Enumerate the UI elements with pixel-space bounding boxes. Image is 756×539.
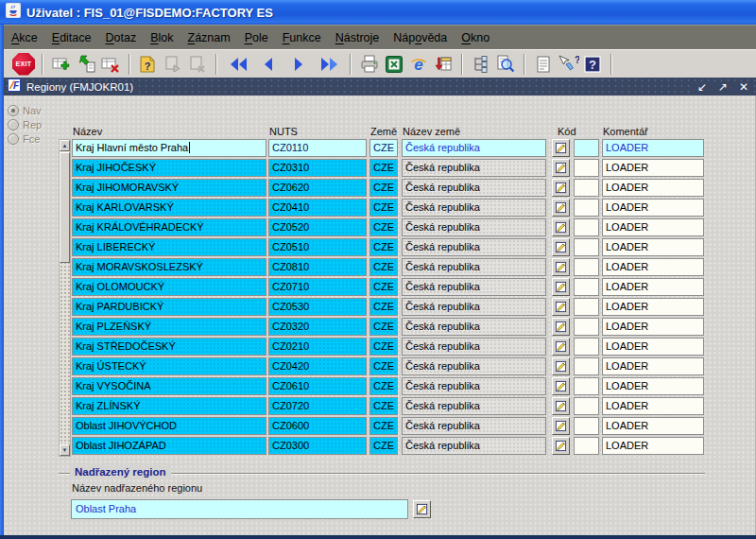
help-button[interactable]: ? (580, 53, 605, 76)
cell-nuts[interactable]: CZ0610 (268, 377, 367, 395)
cell-nazev[interactable]: Kraj ZLÍNSKÝ (72, 397, 266, 415)
print-button[interactable] (357, 53, 382, 76)
cell-komentar[interactable]: LOADER (602, 318, 704, 336)
cell-kod[interactable] (574, 199, 599, 217)
cell-nazev-zeme[interactable]: Česká republika (402, 218, 546, 236)
duplicate-record-button[interactable] (74, 53, 98, 76)
cell-nazev[interactable]: Kraj OLOMOUCKÝ (72, 278, 266, 296)
minimize-window-icon[interactable]: ↙ (697, 81, 707, 93)
menu-nastroje[interactable]: Nástroje (335, 31, 380, 44)
cell-nazev-zeme[interactable]: Česká republika (402, 258, 546, 276)
kod-edit-button[interactable] (552, 377, 570, 395)
cell-komentar[interactable]: LOADER (602, 199, 704, 217)
kod-edit-button[interactable] (552, 179, 570, 197)
menu-funkce[interactable]: Funkce (283, 31, 321, 44)
cell-zeme[interactable]: CZE (369, 298, 398, 316)
cell-kod[interactable] (574, 357, 599, 375)
cell-nuts[interactable]: CZ0110 (268, 139, 367, 157)
cell-nazev-zeme[interactable]: Česká republika (402, 159, 546, 177)
kod-edit-button[interactable] (552, 417, 570, 435)
cell-komentar[interactable]: LOADER (602, 238, 704, 256)
kod-edit-button[interactable] (552, 258, 570, 276)
cell-kod[interactable] (574, 437, 599, 455)
kod-edit-button[interactable] (552, 199, 570, 217)
cell-nazev[interactable]: Kraj VYSOČINA (72, 377, 266, 395)
cell-kod[interactable] (574, 377, 599, 395)
cell-nazev-zeme[interactable]: Česká republika (402, 377, 546, 395)
cell-zeme[interactable]: CZE (369, 139, 398, 157)
cell-kod[interactable] (574, 278, 599, 296)
menu-pole[interactable]: Pole (245, 31, 268, 44)
cell-komentar[interactable]: LOADER (602, 437, 704, 455)
cell-nazev-zeme[interactable]: Česká republika (402, 238, 546, 256)
cell-zeme[interactable]: CZE (369, 278, 398, 296)
menu-okno[interactable]: Okno (461, 31, 490, 44)
kod-edit-button[interactable] (552, 139, 570, 157)
cell-kod[interactable] (574, 238, 599, 256)
menu-editace[interactable]: Editace (52, 31, 92, 44)
kod-edit-button[interactable] (552, 437, 570, 455)
cell-zeme[interactable]: CZE (369, 377, 398, 395)
parent-region-edit-button[interactable] (413, 500, 431, 518)
cell-nuts[interactable]: CZ0510 (268, 238, 367, 256)
cell-nazev-zeme[interactable]: Česká republika (402, 318, 546, 336)
cell-nazev-zeme[interactable]: Česká republika (402, 199, 546, 217)
cell-nazev[interactable]: Kraj PARDUBICKÝ (72, 298, 266, 316)
cell-kod[interactable] (574, 218, 599, 236)
cell-zeme[interactable]: CZE (369, 417, 398, 435)
cell-nuts[interactable]: CZ0530 (268, 298, 367, 316)
kod-edit-button[interactable] (552, 338, 570, 356)
kod-edit-button[interactable] (552, 397, 570, 415)
previous-record-button[interactable] (256, 53, 281, 76)
kod-edit-button[interactable] (552, 318, 570, 336)
memo-button[interactable] (531, 53, 556, 76)
excel-export-button[interactable] (382, 53, 406, 76)
cell-kod[interactable] (574, 159, 599, 177)
cell-zeme[interactable]: CZE (369, 159, 398, 177)
cell-zeme[interactable]: CZE (369, 338, 398, 356)
kod-edit-button[interactable] (552, 278, 570, 296)
cell-zeme[interactable]: CZE (369, 318, 398, 336)
cell-nazev-zeme[interactable]: Česká republika (402, 357, 546, 375)
first-record-button[interactable] (226, 53, 250, 76)
menu-akce[interactable]: Akce (11, 31, 38, 44)
cell-nuts[interactable]: CZ0410 (268, 199, 367, 217)
cell-nazev-zeme[interactable]: Česká republika (402, 179, 546, 197)
web-browser-button[interactable]: e (406, 53, 431, 76)
cell-nazev[interactable]: Kraj LIBERECKÝ (72, 238, 266, 256)
cell-nazev[interactable]: Kraj JIHOČESKÝ (72, 159, 266, 177)
cell-nuts[interactable]: CZ0620 (268, 179, 367, 197)
cell-nazev[interactable]: Oblast JIHOZÁPAD (72, 437, 266, 455)
cell-komentar[interactable]: LOADER (602, 397, 704, 415)
cell-zeme[interactable]: CZE (369, 199, 398, 217)
cell-kod[interactable] (574, 298, 599, 316)
cell-nazev[interactable]: Kraj KRÁLOVÉHRADECKÝ (72, 218, 266, 236)
cell-komentar[interactable]: LOADER (602, 179, 704, 197)
tree-navigator-button[interactable] (469, 53, 493, 76)
save-help-button[interactable]: ? (136, 53, 161, 76)
kod-edit-button[interactable] (552, 159, 570, 177)
maximize-window-icon[interactable]: ↗ (718, 81, 728, 93)
find-button[interactable] (493, 53, 518, 76)
cell-nuts[interactable]: CZ0710 (268, 278, 367, 296)
cell-nazev-zeme[interactable]: Česká republika (402, 397, 546, 415)
context-help-button[interactable]: ? (556, 53, 580, 76)
cell-zeme[interactable]: CZE (369, 218, 398, 236)
next-record-button[interactable] (286, 53, 311, 76)
cell-nazev[interactable]: Kraj ÚSTECKÝ (72, 357, 266, 375)
cell-nazev[interactable]: Kraj PLZEŇSKÝ (72, 318, 266, 336)
cell-nuts[interactable]: CZ0310 (268, 159, 367, 177)
menu-blok[interactable]: Blok (150, 31, 173, 44)
cell-nazev[interactable]: Kraj KARLOVARSKÝ (72, 199, 266, 217)
cell-zeme[interactable]: CZE (369, 238, 398, 256)
cell-nazev[interactable]: Kraj JIHOMORAVSKÝ (72, 179, 266, 197)
cell-kod[interactable] (574, 318, 599, 336)
close-window-icon[interactable]: ✕ (739, 81, 748, 93)
menu-napoveda[interactable]: Nápověda (393, 31, 447, 44)
table-export-button[interactable] (431, 53, 455, 76)
cell-komentar[interactable]: LOADER (602, 218, 704, 236)
cell-zeme[interactable]: CZE (369, 437, 398, 455)
cell-nazev[interactable]: Kraj STŘEDOČESKÝ (72, 338, 266, 356)
cell-kod[interactable] (574, 397, 599, 415)
cell-nuts[interactable]: CZ0720 (268, 397, 367, 415)
